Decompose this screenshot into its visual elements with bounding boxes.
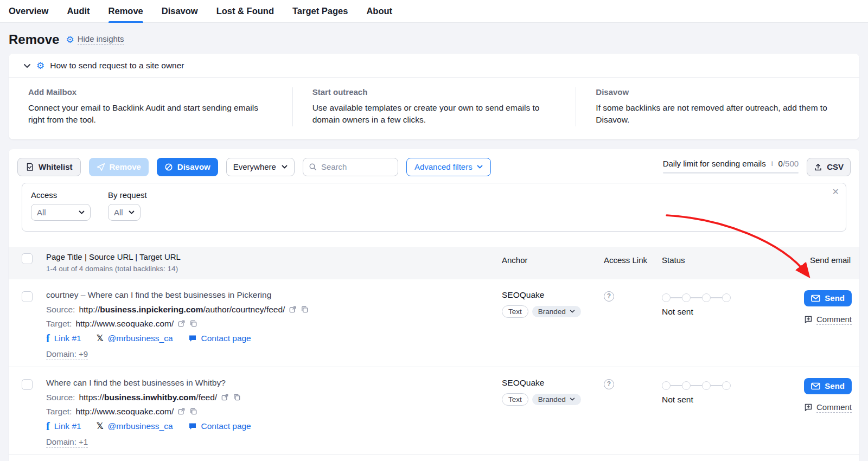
access-filter-group: Access All <box>31 190 91 221</box>
insight-body: Use available templates or create your o… <box>312 102 546 126</box>
source-label: Source: <box>46 393 75 402</box>
tab-audit[interactable]: Audit <box>67 0 90 23</box>
comment-link[interactable]: Comment <box>804 402 852 413</box>
copy-icon[interactable] <box>189 407 197 415</box>
row-main-cell: Where can I find the best businesses in … <box>46 378 502 448</box>
access-filter-select[interactable]: All <box>31 204 91 221</box>
search-field[interactable] <box>303 158 398 176</box>
daily-limit-max: /500 <box>783 159 799 168</box>
tab-about[interactable]: About <box>366 0 392 23</box>
domain-more-toggle[interactable]: Domain: +1 <box>46 437 88 448</box>
column-main-label: Page Title | Source URL | Target URL <box>46 252 502 261</box>
page-header: Remove ⚙ Hide insights <box>9 32 859 47</box>
domain-more-toggle[interactable]: Domain: +9 <box>46 349 88 360</box>
whitelist-button[interactable]: Whitelist <box>17 158 81 176</box>
contact-page-label: Contact page <box>201 421 251 431</box>
column-send-email: Send email <box>784 252 854 273</box>
contact-page-link[interactable]: Contact page <box>188 334 251 343</box>
by-request-filter-group: By request All <box>108 190 147 221</box>
disavow-button[interactable]: Disavow <box>157 158 218 176</box>
by-request-filter-value: All <box>114 208 123 217</box>
disavow-label: Disavow <box>177 162 210 171</box>
anchor-category-select[interactable]: Branded <box>532 394 581 405</box>
row-checkbox[interactable] <box>22 291 33 302</box>
x-twitter-icon: 𝕏 <box>97 422 104 431</box>
facebook-backlink[interactable]: f Link #1 <box>46 421 81 432</box>
whitelist-label: Whitelist <box>39 162 73 171</box>
table-row: courtney – Where can I find the best bus… <box>9 279 859 367</box>
export-csv-button[interactable]: CSV <box>807 158 851 176</box>
tab-target-pages[interactable]: Target Pages <box>292 0 348 23</box>
column-page-title: Page Title | Source URL | Target URL 1-4… <box>46 252 502 273</box>
tab-lost-and-found[interactable]: Lost & Found <box>216 0 274 23</box>
scope-value: Everywhere <box>233 162 276 171</box>
help-icon[interactable]: ? <box>604 379 614 389</box>
target-label: Target: <box>46 407 72 417</box>
remove-label: Remove <box>110 162 141 171</box>
hide-insights-toggle[interactable]: ⚙ Hide insights <box>66 34 124 45</box>
comment-label: Comment <box>816 402 852 413</box>
comment-label: Comment <box>816 315 852 325</box>
remove-button[interactable]: Remove <box>89 158 149 176</box>
toolbar: Whitelist Remove Disavow Everywhere <box>9 149 859 176</box>
status-text: Not sent <box>662 395 784 405</box>
info-icon[interactable]: i <box>770 159 774 168</box>
tab-disavow[interactable]: Disavow <box>162 0 198 23</box>
external-link-icon[interactable] <box>177 407 186 415</box>
row-access-cell: ? <box>604 290 662 360</box>
send-email-button[interactable]: Send <box>804 290 852 306</box>
row-send-cell: Send Comment <box>784 378 854 448</box>
insight-body: Connect your email to Backlink Audit and… <box>28 102 261 126</box>
facebook-link-label: Link #1 <box>54 334 81 343</box>
add-comment-icon <box>804 315 813 324</box>
add-comment-icon <box>804 403 813 412</box>
anchor-category-select[interactable]: Branded <box>532 306 581 317</box>
insights-panel-header[interactable]: ⚙ How to send request to a site owner <box>9 54 859 78</box>
x-profile-link[interactable]: 𝕏 @mrbusiness_ca <box>97 421 173 431</box>
block-icon <box>164 163 173 171</box>
send-email-button[interactable]: Send <box>804 378 852 394</box>
copy-icon[interactable] <box>301 305 309 313</box>
select-all-checkbox[interactable] <box>22 253 33 264</box>
row-select-cell <box>9 290 46 360</box>
contact-page-link[interactable]: Contact page <box>188 421 251 431</box>
anchor-category-value: Branded <box>538 308 566 316</box>
insights-panel: ⚙ How to send request to a site owner Ad… <box>9 54 859 139</box>
external-link-icon[interactable] <box>221 393 229 401</box>
target-label: Target: <box>46 319 72 329</box>
advanced-filters-button[interactable]: Advanced filters <box>406 158 491 176</box>
top-navigation: Overview Audit Remove Disavow Lost & Fou… <box>0 0 868 23</box>
row-anchor-cell: SEOQuake Text Branded <box>502 378 604 448</box>
scope-select[interactable]: Everywhere <box>226 158 295 176</box>
insight-add-mailbox: Add Mailbox Connect your email to Backli… <box>9 87 292 126</box>
by-request-filter-select[interactable]: All <box>108 204 141 221</box>
row-checkbox[interactable] <box>22 379 33 390</box>
tab-overview[interactable]: Overview <box>9 0 48 23</box>
external-link-icon[interactable] <box>289 305 297 313</box>
anchor-category-value: Branded <box>538 395 566 404</box>
facebook-backlink[interactable]: f Link #1 <box>46 333 81 344</box>
target-url: http://www.seoquake.com/ <box>75 407 174 417</box>
search-icon <box>309 163 317 171</box>
tab-remove[interactable]: Remove <box>108 0 143 23</box>
chevron-down-icon <box>570 398 575 401</box>
source-url-prefix: http:// <box>79 305 100 314</box>
send-label: Send <box>825 293 845 303</box>
page-title-text: courtney – Where can I find the best bus… <box>46 290 502 300</box>
row-select-cell <box>9 378 46 448</box>
insight-body: If some backlinks are not removed after … <box>596 102 829 126</box>
copy-icon[interactable] <box>233 393 241 401</box>
x-profile-link[interactable]: 𝕏 @mrbusiness_ca <box>97 334 173 343</box>
row-status-cell: Not sent <box>662 378 784 448</box>
facebook-icon: f <box>46 333 50 344</box>
x-handle-label: @mrbusiness_ca <box>108 421 173 431</box>
help-icon[interactable]: ? <box>604 291 614 302</box>
copy-icon[interactable] <box>189 319 197 328</box>
search-input[interactable] <box>321 162 386 171</box>
table-row: Where can I find the best businesses in … <box>9 367 859 455</box>
anchor-text: SEOQuake <box>502 378 604 388</box>
comment-link[interactable]: Comment <box>804 315 852 325</box>
close-icon[interactable]: ✕ <box>832 188 839 196</box>
external-link-icon[interactable] <box>177 319 186 328</box>
chevron-down-icon <box>477 165 483 169</box>
